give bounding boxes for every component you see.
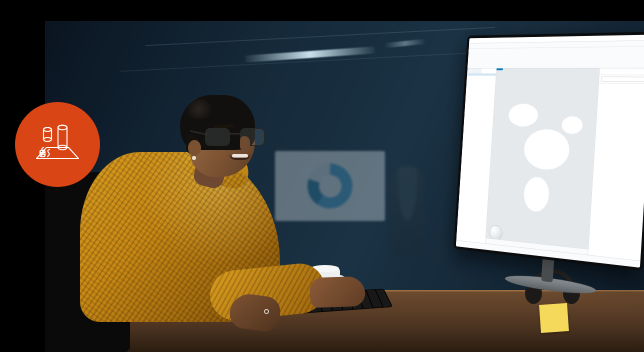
ceiling-light [385,39,426,48]
svg-point-3 [58,126,67,130]
hero-photo: –☐✕ [45,21,644,352]
3d-analysis-icon [32,120,82,170]
space-time-cube-viz [490,78,594,244]
person-head [175,92,260,187]
sticky-note [539,303,569,333]
person-at-desk [60,72,310,352]
map-view[interactable] [486,68,600,255]
monitor-bezel: –☐✕ [454,32,644,271]
glasses-icon [205,128,265,147]
panel-header: ⚙ [600,68,644,76]
svg-point-4 [40,154,45,157]
gis-app-screen: –☐✕ [456,34,644,268]
tool-search-input[interactable] [601,76,644,82]
window-controls[interactable]: –☐✕ [641,36,644,39]
scene-tab[interactable] [496,68,503,70]
ribbon-body[interactable] [468,46,644,68]
ceiling-light [245,46,375,62]
tab-drawing[interactable] [467,68,482,74]
ceiling-beam [145,27,494,46]
app-body: ⚙ [456,68,644,261]
tab-list[interactable] [482,68,496,74]
person-hand [310,276,366,308]
svg-point-1 [44,128,52,132]
contents-tabs[interactable] [467,68,496,74]
desktop-monitor: –☐✕ [452,32,644,301]
ribbon [468,40,644,68]
svg-point-0 [44,138,52,142]
background-person [390,166,425,256]
layer-item[interactable] [467,74,496,76]
ring [264,309,269,314]
feature-badge [15,102,100,187]
